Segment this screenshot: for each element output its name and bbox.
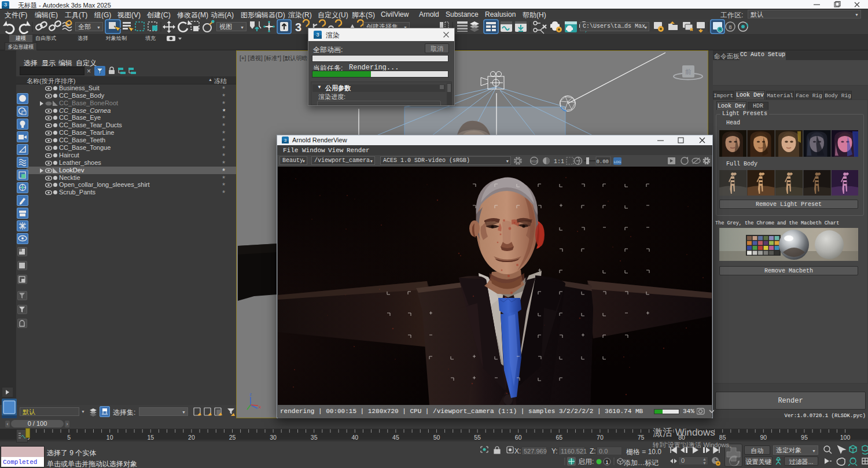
svg-text:8: 8 <box>729 24 731 30</box>
svg-text:0.00: 0.00 <box>596 159 609 165</box>
svg-text:90: 90 <box>760 434 767 441</box>
svg-text:1:1: 1:1 <box>554 159 564 165</box>
svg-text:35: 35 <box>311 434 318 441</box>
svg-text:LOG: LOG <box>614 160 621 164</box>
svg-text:55: 55 <box>474 434 481 441</box>
svg-text:60: 60 <box>515 434 522 441</box>
svg-text:30: 30 <box>270 434 277 441</box>
svg-text:65: 65 <box>556 434 562 441</box>
svg-text:10: 10 <box>106 434 113 441</box>
svg-text:前: 前 <box>685 68 692 75</box>
svg-text:75: 75 <box>638 434 645 441</box>
svg-text:85: 85 <box>719 434 726 441</box>
svg-text:25: 25 <box>229 434 236 441</box>
svg-text:启用:: 启用: <box>578 458 594 466</box>
svg-text:x: x <box>259 404 261 410</box>
svg-text:20: 20 <box>188 434 195 441</box>
svg-text:3: 3 <box>284 138 287 143</box>
svg-text:40: 40 <box>351 434 358 441</box>
svg-text:z: z <box>249 392 252 397</box>
svg-text:70: 70 <box>597 434 604 441</box>
svg-text:3: 3 <box>4 2 7 8</box>
svg-text:5: 5 <box>67 434 71 441</box>
svg-text:95: 95 <box>801 434 808 441</box>
svg-text:100: 100 <box>840 434 851 441</box>
svg-text:45: 45 <box>392 434 399 441</box>
svg-text:RGB: RGB <box>530 160 538 163</box>
svg-text:50: 50 <box>433 434 440 441</box>
svg-text:15: 15 <box>147 434 154 441</box>
svg-text:3: 3 <box>316 32 319 38</box>
svg-text:1: 1 <box>605 459 608 465</box>
